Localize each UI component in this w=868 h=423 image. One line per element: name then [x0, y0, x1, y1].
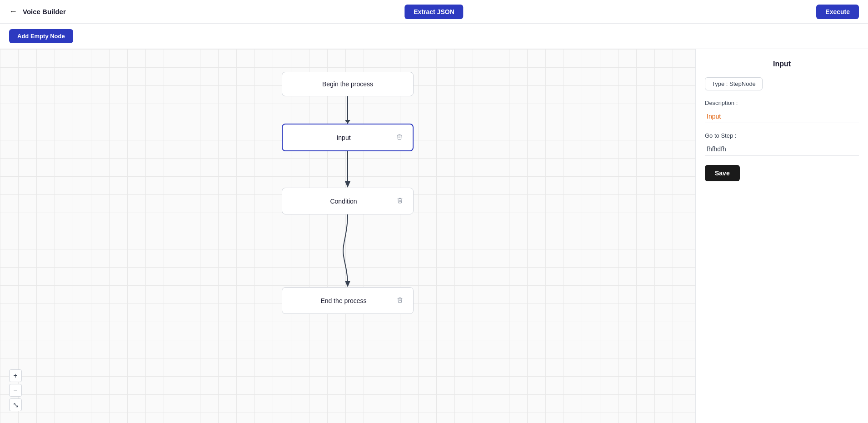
go-to-step-input[interactable] — [705, 143, 859, 156]
description-label: Description : — [705, 100, 859, 106]
app-title: Voice Builder — [23, 8, 66, 15]
description-input[interactable] — [705, 110, 859, 123]
add-empty-node-button[interactable]: Add Empty Node — [9, 29, 73, 43]
node-begin[interactable]: Begin the process — [282, 72, 414, 96]
header: ← Voice Builder Extract JSON Execute — [0, 0, 868, 24]
node-input-delete-button[interactable] — [395, 133, 404, 142]
node-input[interactable]: Input — [282, 124, 414, 151]
zoom-controls: + − ⤡ — [9, 369, 22, 411]
header-left: ← Voice Builder — [9, 7, 66, 16]
node-condition-label: Condition — [291, 198, 396, 205]
panel-title: Input — [705, 60, 859, 68]
back-button[interactable]: ← — [9, 7, 17, 16]
arrow-begin-to-input — [347, 96, 348, 124]
header-right: Execute — [816, 5, 859, 19]
zoom-out-button[interactable]: − — [9, 384, 22, 397]
save-button[interactable]: Save — [705, 165, 740, 181]
go-to-step-label: Go to Step : — [705, 132, 859, 139]
node-begin-label: Begin the process — [291, 80, 404, 88]
node-input-label: Input — [292, 134, 395, 141]
extract-json-button[interactable]: Extract JSON — [404, 5, 463, 19]
svg-marker-1 — [345, 181, 350, 188]
flow-container: Begin the process Input — [282, 72, 414, 314]
node-end-delete-button[interactable] — [396, 296, 404, 305]
arrow-condition-to-end — [341, 214, 354, 287]
header-center: Extract JSON — [404, 5, 463, 19]
canvas[interactable]: Begin the process Input — [0, 49, 695, 423]
svg-marker-2 — [345, 281, 350, 287]
toolbar: Add Empty Node — [0, 24, 868, 49]
execute-button[interactable]: Execute — [816, 5, 859, 19]
right-panel: Input Type : StepNode Description : Go t… — [695, 49, 868, 423]
node-condition[interactable]: Condition — [282, 188, 414, 214]
node-condition-delete-button[interactable] — [396, 196, 404, 206]
node-end[interactable]: End the process — [282, 287, 414, 314]
type-badge-container: Type : StepNode — [705, 77, 859, 100]
arrow-input-to-condition — [341, 151, 354, 188]
zoom-in-button[interactable]: + — [9, 369, 22, 382]
type-badge: Type : StepNode — [705, 77, 763, 90]
main-layout: Begin the process Input — [0, 49, 868, 423]
node-end-label: End the process — [291, 297, 396, 304]
zoom-fit-button[interactable]: ⤡ — [9, 398, 22, 411]
